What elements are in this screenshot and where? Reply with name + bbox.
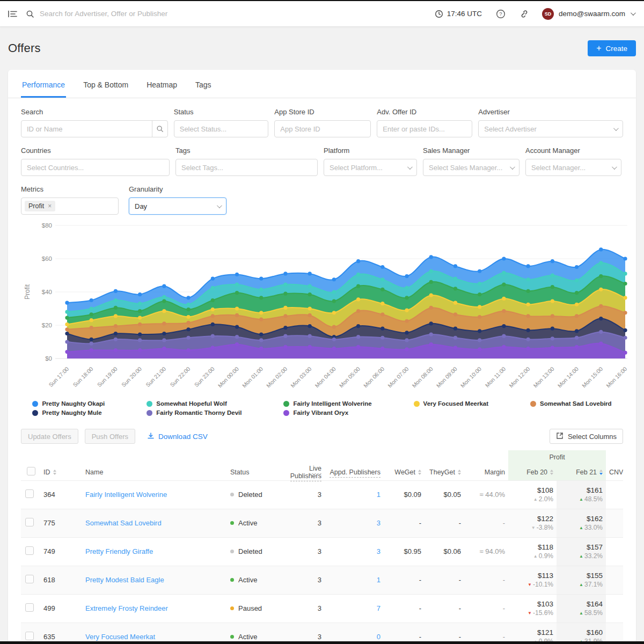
svg-text:Sun 23:00: Sun 23:00 [193, 365, 215, 388]
row-checkbox[interactable] [25, 546, 34, 555]
sort-icon [418, 470, 421, 475]
help-icon[interactable]: ? [496, 9, 506, 19]
legend-item[interactable]: Somewhat Hopeful Wolf [147, 400, 241, 407]
filter-metrics: Metrics Profit × [21, 185, 119, 215]
page-head: Offers + Create [0, 27, 644, 70]
metric-chip: Profit × [25, 201, 55, 211]
col-header-theyget[interactable]: TheyGet [425, 464, 464, 480]
cell-status: Deleted [227, 480, 275, 509]
update-offers-button[interactable]: Update Offers [21, 429, 78, 444]
col-header-name[interactable]: Name [82, 464, 227, 480]
row-checkbox[interactable] [25, 518, 34, 526]
offer-link[interactable]: Very Focused Meerkat [85, 633, 155, 641]
tab-top-bottom[interactable]: Top & Bottom [82, 77, 129, 98]
appd-publishers-link[interactable]: 7 [377, 604, 380, 612]
table-row[interactable]: 749Pretty Friendly GiraffeDeleted33$0.95… [21, 537, 623, 566]
tags-select[interactable]: Select Tags... [175, 159, 318, 176]
tab-performance[interactable]: Performance [21, 77, 66, 98]
platform-select[interactable]: Select Platform... [324, 159, 417, 176]
menu-toggle-icon[interactable] [6, 8, 18, 20]
cell-margin: ≈ 94.0% [464, 537, 508, 566]
countries-select[interactable]: Select Countries... [21, 159, 170, 176]
col-header-feb20[interactable]: Feb 20 [508, 464, 557, 480]
legend-item[interactable]: Pretty Naughty Mule [32, 409, 105, 416]
appd-publishers-link[interactable]: 3 [377, 519, 380, 527]
user-menu-chevron-icon[interactable] [631, 10, 636, 16]
svg-text:Mon 00:00: Mon 00:00 [216, 365, 240, 389]
col-header-weget[interactable]: WeGet [384, 464, 425, 480]
global-search-input[interactable] [40, 10, 265, 18]
col-header-appd-publishers[interactable]: Appd. Publishers [325, 464, 384, 480]
legend-dot-icon [283, 401, 289, 407]
legend-item[interactable]: Very Focused Meerkat [414, 400, 488, 407]
granularity-select[interactable]: Day [129, 197, 226, 215]
create-button[interactable]: + Create [588, 40, 636, 56]
account-manager-select[interactable]: Select Manager... [525, 159, 621, 176]
appd-publishers-link[interactable]: 3 [377, 547, 380, 555]
svg-text:Mon 07:00: Mon 07:00 [386, 365, 410, 389]
cell-name: Fairly Intelligent Wolverine [82, 480, 227, 509]
row-checkbox[interactable] [25, 489, 34, 498]
sort-icon [458, 470, 461, 475]
search-input[interactable] [21, 120, 152, 137]
offer-link[interactable]: Extremely Frosty Reindeer [85, 604, 168, 612]
cell-name: Somewhat Sad Lovebird [82, 509, 227, 537]
appd-publishers-link[interactable]: 1 [377, 576, 380, 584]
legend-item[interactable]: Somewhat Sad Lovebird [530, 400, 612, 407]
col-header-live-publishers[interactable]: Live Publishers [275, 464, 325, 480]
col-header-id[interactable]: ID [40, 464, 82, 480]
col-header-cnv[interactable]: CNV [606, 464, 623, 480]
table-row[interactable]: 364Fairly Intelligent WolverineDeleted31… [21, 480, 623, 509]
select-columns-button[interactable]: Select Columns [550, 429, 623, 444]
download-icon [147, 432, 155, 441]
row-checkbox[interactable] [25, 575, 34, 583]
offer-link[interactable]: Somewhat Sad Lovebird [85, 519, 162, 527]
download-csv-link[interactable]: Download CSV [147, 432, 208, 441]
cell-profit-feb20: $118▲0.9% [508, 537, 557, 566]
sales-manager-select[interactable]: Select Sales Manager... [423, 159, 519, 176]
offer-link[interactable]: Fairly Intelligent Wolverine [85, 491, 167, 499]
clock-icon [435, 10, 443, 18]
legend-item[interactable]: Fairly Intelligent Wolverine [283, 400, 371, 407]
adv-offer-id-input[interactable] [377, 120, 472, 137]
appd-publishers-link[interactable]: 1 [377, 491, 380, 499]
offer-link[interactable]: Pretty Friendly Giraffe [85, 547, 153, 555]
utc-time: 17:46 UTC [447, 10, 482, 18]
table-row[interactable]: 635Very Focused MeerkatActive30---$121▲0… [21, 623, 623, 644]
cell-id: 775 [40, 509, 82, 537]
link-icon[interactable] [518, 9, 528, 19]
tab-heatmap[interactable]: Heatmap [145, 77, 178, 98]
tab-tags[interactable]: Tags [194, 77, 213, 98]
cell-id: 499 [40, 594, 82, 623]
offer-link[interactable]: Pretty Modest Bald Eagle [85, 576, 164, 584]
legend-item[interactable]: Pretty Naughty Okapi [32, 400, 105, 407]
table-row[interactable]: 618Pretty Modest Bald EagleActive31---$1… [21, 566, 623, 594]
app-store-id-input[interactable] [274, 120, 371, 137]
row-checkbox[interactable] [25, 632, 34, 640]
metrics-select[interactable]: Profit × [21, 197, 119, 215]
offers-card: PerformanceTop & BottomHeatmapTags Searc… [8, 70, 636, 644]
push-offers-button[interactable]: Push Offers [85, 429, 135, 444]
status-dot-icon [230, 550, 234, 553]
legend-item[interactable]: Fairly Vibrant Oryx [283, 409, 371, 416]
remove-metric-icon[interactable]: × [48, 202, 52, 210]
appd-publishers-link[interactable]: 0 [377, 633, 380, 641]
legend-item[interactable]: Fairly Romantic Thorny Devil [147, 409, 241, 416]
filter-platform: Platform Select Platform... [324, 147, 417, 176]
legend-dot-icon [530, 401, 536, 407]
chevron-down-icon [613, 126, 619, 131]
svg-text:Sun 21:00: Sun 21:00 [144, 365, 167, 388]
status-select[interactable]: Select Status... [174, 120, 269, 137]
col-header-feb21[interactable]: Feb 21 [557, 464, 606, 480]
avatar[interactable]: SD [542, 8, 554, 20]
table-row[interactable]: 775Somewhat Sad LovebirdActive33---$122▼… [21, 509, 623, 537]
search-submit-button[interactable] [152, 120, 168, 137]
cell-status: Paused [227, 594, 275, 623]
cell-profit-feb21: $155▲37.1% [557, 566, 606, 594]
table-row[interactable]: 499Extremely Frosty ReindeerPaused37---$… [21, 594, 623, 623]
advertiser-select[interactable]: Select Advertiser [478, 120, 623, 137]
select-all-checkbox[interactable] [27, 467, 35, 475]
legend-dot-icon [32, 410, 38, 416]
row-checkbox[interactable] [25, 603, 34, 612]
status-dot-icon [230, 635, 234, 639]
